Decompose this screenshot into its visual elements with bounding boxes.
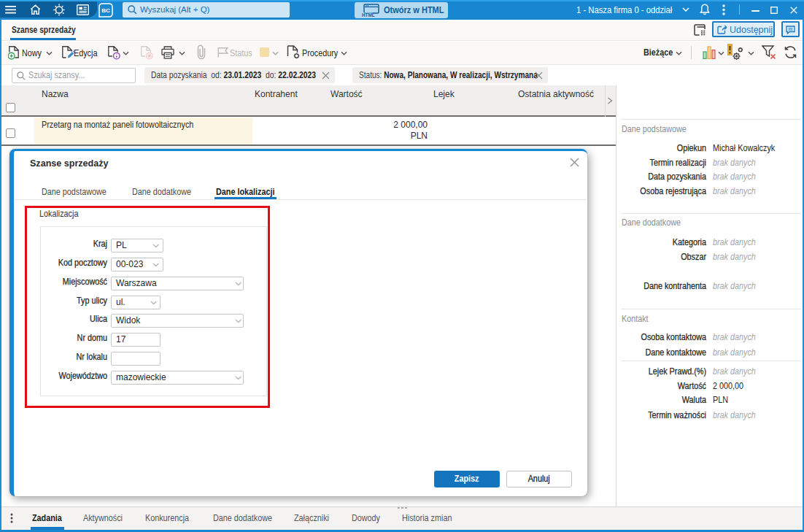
svg-text:BC: BC — [101, 7, 110, 14]
svg-text:HTML: HTML — [362, 12, 375, 18]
